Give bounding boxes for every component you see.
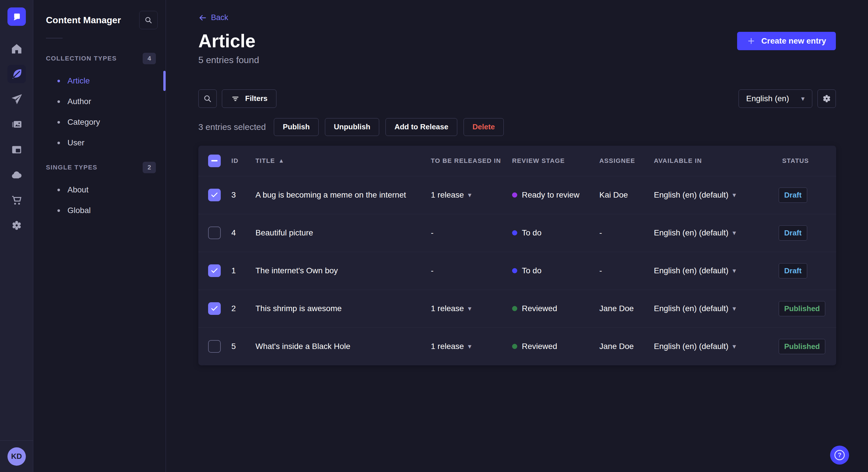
cell-assignee: - bbox=[599, 228, 654, 237]
release-value: 1 release bbox=[431, 191, 464, 200]
list-settings-button[interactable] bbox=[817, 90, 836, 108]
cell-assignee: Jane Doe bbox=[599, 304, 654, 313]
sidebar-item-user[interactable]: User bbox=[33, 133, 166, 153]
section-label-collection-types: COLLECTION TYPES bbox=[46, 55, 117, 62]
sort-ascending-icon: ▲ bbox=[278, 158, 284, 164]
locale-dropdown[interactable]: English (en) (default)▾ bbox=[654, 191, 736, 200]
locale-value: English (en) (default) bbox=[654, 266, 728, 275]
publish-button[interactable]: Publish bbox=[274, 118, 319, 136]
filters-button[interactable]: Filters bbox=[222, 90, 276, 108]
sidebar-item-author[interactable]: Author bbox=[33, 91, 166, 112]
sidebar-item-label: User bbox=[67, 138, 84, 147]
cart-icon bbox=[7, 191, 26, 209]
cell-title: Beautiful picture bbox=[255, 228, 431, 237]
release-value: 1 release bbox=[431, 342, 464, 351]
rail-item-releases[interactable] bbox=[0, 87, 33, 112]
chevron-down-icon: ▾ bbox=[733, 343, 736, 350]
cell-released-in: - bbox=[431, 228, 512, 237]
row-checkbox[interactable] bbox=[208, 189, 221, 201]
column-header-title[interactable]: TITLE ▲ bbox=[255, 157, 431, 165]
cell-review-stage: To do bbox=[512, 266, 599, 275]
stage-dot-icon bbox=[512, 344, 517, 349]
rail-item-settings[interactable] bbox=[0, 213, 33, 238]
stage-dot-icon bbox=[512, 230, 517, 235]
chevron-down-icon: ▾ bbox=[468, 305, 471, 312]
cell-released-in: - bbox=[431, 266, 512, 275]
bullet-icon bbox=[57, 80, 60, 82]
page-title: Article bbox=[198, 31, 255, 51]
bullet-icon bbox=[57, 100, 60, 103]
locale-dropdown[interactable]: English (en) (default)▾ bbox=[654, 342, 736, 351]
main-content: Back Article Create new entry 5 entries … bbox=[166, 0, 868, 472]
row-checkbox[interactable] bbox=[208, 264, 221, 277]
rail-item-content-manager[interactable] bbox=[0, 61, 33, 87]
unpublish-button[interactable]: Unpublish bbox=[325, 118, 379, 136]
cell-id: 3 bbox=[231, 191, 255, 200]
sidebar-item-article[interactable]: Article bbox=[33, 71, 166, 91]
section-label-single-types: SINGLE TYPES bbox=[46, 164, 97, 171]
filters-label: Filters bbox=[245, 94, 268, 103]
status-badge: Published bbox=[779, 301, 825, 316]
create-new-entry-label: Create new entry bbox=[761, 36, 826, 45]
rail-item-marketplace[interactable] bbox=[0, 188, 33, 213]
sidebar-item-label: Global bbox=[67, 206, 91, 215]
delete-button[interactable]: Delete bbox=[464, 118, 504, 136]
selection-count-text: 3 entries selected bbox=[198, 122, 266, 132]
rail-item-media-library[interactable] bbox=[0, 112, 33, 137]
cell-assignee: Jane Doe bbox=[599, 342, 654, 351]
release-dropdown[interactable]: 1 release▾ bbox=[431, 191, 471, 200]
table-row[interactable]: 1 The internet's Own boy - To do - Engli… bbox=[198, 252, 836, 290]
sidebar-item-category[interactable]: Category bbox=[33, 112, 166, 133]
create-new-entry-button[interactable]: Create new entry bbox=[737, 32, 836, 50]
sidebar-item-label: Author bbox=[67, 97, 91, 106]
status-badge: Draft bbox=[779, 188, 807, 203]
cell-title: This shrimp is awesome bbox=[255, 304, 431, 313]
help-button[interactable]: ? bbox=[830, 446, 849, 465]
column-header-status: STATUS bbox=[775, 157, 836, 165]
table-row[interactable]: 4 Beautiful picture - To do - English (e… bbox=[198, 214, 836, 252]
active-item-indicator bbox=[163, 71, 166, 91]
add-to-release-button[interactable]: Add to Release bbox=[385, 118, 457, 136]
question-mark-icon: ? bbox=[834, 450, 845, 460]
sidebar-item-label: Article bbox=[67, 76, 90, 86]
release-dropdown[interactable]: 1 release▾ bbox=[431, 342, 471, 351]
strapi-logo[interactable] bbox=[7, 7, 26, 26]
cell-review-stage: Reviewed bbox=[512, 304, 599, 313]
row-checkbox[interactable] bbox=[208, 227, 221, 239]
sidebar-item-about[interactable]: About bbox=[33, 179, 166, 200]
cell-id: 1 bbox=[231, 266, 255, 275]
content-search-button[interactable] bbox=[139, 11, 158, 29]
locale-dropdown[interactable]: English (en) (default)▾ bbox=[654, 266, 736, 275]
cell-assignee: - bbox=[599, 266, 654, 275]
cloud-icon bbox=[7, 166, 26, 184]
rail-item-content-type-builder[interactable] bbox=[0, 137, 33, 162]
locale-value: English (en) (default) bbox=[654, 342, 728, 351]
search-icon bbox=[203, 94, 212, 103]
collection-types-count-badge: 4 bbox=[143, 53, 156, 64]
table-row[interactable]: 2 This shrimp is awesome 1 release▾ Revi… bbox=[198, 290, 836, 328]
content-manager-subnav: Content Manager COLLECTION TYPES 4 Artic… bbox=[33, 0, 166, 472]
column-header-title-label: TITLE bbox=[255, 157, 275, 165]
row-checkbox[interactable] bbox=[208, 340, 221, 353]
release-dropdown[interactable]: 1 release▾ bbox=[431, 304, 471, 313]
column-header-released-in: TO BE RELEASED IN bbox=[431, 157, 512, 165]
user-avatar[interactable]: KD bbox=[7, 447, 26, 466]
table-row[interactable]: 5 What's inside a Black Hole 1 release▾ … bbox=[198, 328, 836, 365]
chevron-down-icon: ▾ bbox=[468, 343, 471, 350]
locale-dropdown[interactable]: English (en) (default)▾ bbox=[654, 228, 736, 237]
table-row[interactable]: 3 A bug is becoming a meme on the intern… bbox=[198, 176, 836, 214]
rail-item-home[interactable] bbox=[0, 36, 33, 61]
gear-icon bbox=[822, 94, 832, 104]
bullet-icon bbox=[57, 189, 60, 191]
locale-dropdown[interactable]: English (en) (default)▾ bbox=[654, 304, 736, 313]
rail-item-deploy[interactable] bbox=[0, 162, 33, 188]
select-all-checkbox[interactable] bbox=[208, 155, 221, 167]
single-types-section: SINGLE TYPES 2 About Global bbox=[33, 162, 166, 221]
cell-assignee: Kai Doe bbox=[599, 191, 654, 200]
locale-select[interactable]: English (en) ▾ bbox=[739, 90, 812, 108]
back-link[interactable]: Back bbox=[198, 13, 228, 22]
sidebar-item-global[interactable]: Global bbox=[33, 200, 166, 221]
row-checkbox[interactable] bbox=[208, 302, 221, 315]
list-search-button[interactable] bbox=[198, 90, 217, 108]
back-label: Back bbox=[211, 13, 228, 22]
